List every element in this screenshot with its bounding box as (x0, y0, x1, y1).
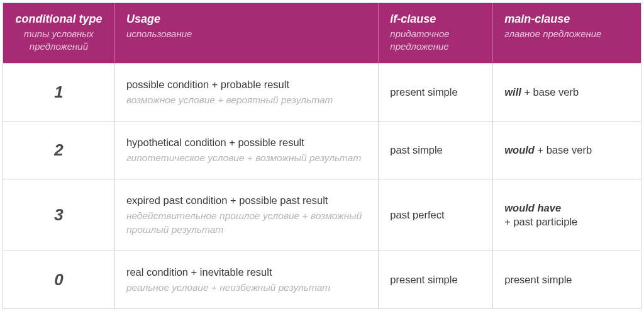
usage-en: possible condition + probable result (126, 77, 367, 91)
main-rest: + past participle (504, 216, 577, 227)
table-row: 0 real condition + inevitable result реа… (3, 251, 641, 308)
cell-main: present simple (493, 251, 641, 308)
cell-usage: expired past condition + possible past r… (114, 179, 378, 251)
main-en: would have + past participle (504, 201, 630, 229)
conditionals-table: conditional type типы условных предложен… (3, 3, 641, 309)
header-usage-ru: использование (126, 28, 367, 40)
header-main-en: main-clause (504, 12, 630, 26)
table-header-row: conditional type типы условных предложен… (3, 3, 641, 64)
cell-main: will + base verb (493, 64, 641, 122)
header-type-en: conditional type (14, 12, 103, 26)
cell-main: would have + past participle (493, 179, 641, 251)
cell-usage: hypothetical condition + possible result… (114, 121, 378, 179)
usage-en: hypothetical condition + possible result (126, 135, 367, 149)
if-en: present simple (390, 85, 481, 99)
table-row: 3 expired past condition + possible past… (3, 179, 641, 251)
cell-type: 2 (3, 121, 115, 179)
cell-usage: possible condition + probable result воз… (114, 64, 378, 122)
header-if-en: if-clause (390, 12, 481, 26)
main-rest: + base verb (535, 144, 592, 156)
header-main-ru: главное предложение (504, 28, 630, 40)
table-row: 2 hypothetical condition + possible resu… (3, 121, 641, 179)
main-en: present simple (504, 273, 630, 286)
cell-main: would + base verb (493, 121, 641, 179)
usage-en: expired past condition + possible past r… (126, 193, 367, 207)
usage-ru: реальное условие + неизбежный результат (126, 281, 367, 295)
main-bold: would (504, 144, 535, 156)
cell-if: past perfect (379, 179, 493, 251)
main-bold: will (504, 86, 521, 98)
main-en: would + base verb (504, 143, 630, 157)
main-rest: + base verb (521, 86, 579, 98)
cell-type: 1 (3, 64, 115, 122)
cell-usage: real condition + inevitable result реаль… (114, 251, 378, 308)
if-en: past perfect (390, 208, 481, 222)
header-main: main-clause главное предложение (493, 3, 641, 64)
if-en: present simple (390, 273, 481, 286)
cell-if: present simple (379, 251, 493, 308)
main-rest: present simple (504, 274, 572, 285)
header-if: if-clause придаточное предложение (379, 3, 493, 64)
header-usage: Usage использование (114, 3, 378, 64)
cell-type: 3 (3, 179, 115, 251)
usage-ru: недействительное прошлое условие + возмо… (126, 209, 367, 236)
header-if-ru: придаточное предложение (390, 28, 481, 54)
usage-en: real condition + inevitable result (126, 265, 367, 279)
main-bold: would have (504, 202, 561, 213)
header-type: conditional type типы условных предложен… (3, 3, 115, 64)
cell-type: 0 (3, 251, 115, 308)
table-row: 1 possible condition + probable result в… (3, 64, 641, 122)
usage-ru: гипотетическое условие + возможный резул… (126, 151, 367, 165)
cell-if: past simple (379, 121, 493, 179)
header-usage-en: Usage (126, 12, 367, 26)
if-en: past simple (390, 143, 481, 157)
main-en: will + base verb (504, 85, 630, 99)
usage-ru: возможное условие + вероятный результат (126, 93, 367, 107)
header-type-ru: типы условных предложений (14, 28, 103, 54)
cell-if: present simple (379, 64, 493, 122)
